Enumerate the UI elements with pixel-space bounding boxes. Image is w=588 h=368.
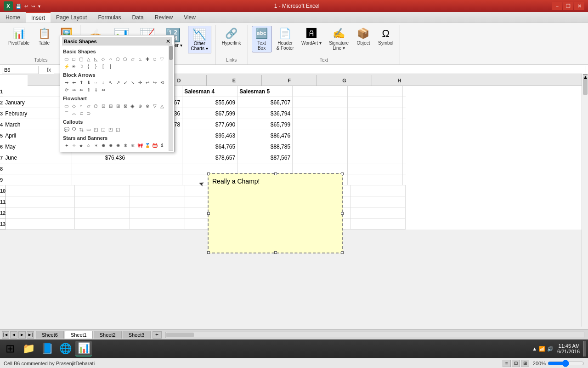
cell-e2[interactable]: $55,609 [182, 97, 237, 108]
cell-f6[interactable]: $88,785 [237, 141, 293, 152]
arrow-s5[interactable]: ⇔ [100, 86, 107, 93]
cell-c10[interactable] [75, 185, 130, 196]
cell-d11[interactable] [130, 196, 185, 207]
cell-f2[interactable]: $66,707 [237, 97, 293, 108]
sheet-prev-button[interactable]: ◄ [10, 331, 17, 339]
shape-bracket-l[interactable]: [ [100, 63, 107, 70]
resize-handle-br[interactable] [341, 251, 344, 254]
sheet-tab-sheet1[interactable]: Sheet1 [65, 331, 93, 339]
cell-h1[interactable] [348, 86, 403, 97]
resize-handle-tm[interactable] [274, 172, 277, 175]
taskbar-start[interactable]: ⊞ [2, 341, 18, 356]
fc-11[interactable]: ⊕ [136, 103, 143, 109]
cell-f5[interactable]: $86,476 [237, 130, 293, 141]
clock-display[interactable]: 11:45 AM 6/21/2016 [557, 343, 580, 354]
table-button[interactable]: 📋 Table [34, 26, 54, 47]
resize-handle-bm[interactable] [274, 251, 277, 254]
cell-c12[interactable] [75, 207, 130, 218]
sheet-tab-sheet2[interactable]: Sheet2 [94, 331, 122, 339]
shape-brace-r[interactable]: } [92, 63, 99, 70]
resize-handle-tl[interactable] [207, 172, 210, 175]
cell-d10[interactable] [130, 185, 185, 196]
shape-rect[interactable]: ▭ [63, 56, 70, 63]
resize-handle-rm[interactable] [341, 212, 344, 215]
cell-d8[interactable] [127, 163, 182, 174]
sheet-next-button[interactable]: ► [18, 331, 26, 339]
page-break-view-button[interactable]: ⊞ [521, 360, 529, 367]
horizontal-scrollbar[interactable] [165, 332, 585, 338]
co-1[interactable]: 💬 [63, 126, 70, 133]
cell-g4[interactable] [293, 119, 348, 130]
resize-handle-tr[interactable] [341, 172, 344, 175]
arrow-s3[interactable]: ⇑ [85, 86, 92, 93]
co-6[interactable]: ◱ [100, 126, 107, 133]
star-9[interactable]: ✻ [122, 142, 129, 149]
zoom-slider[interactable] [548, 360, 584, 367]
tab-view[interactable]: View [178, 12, 201, 23]
fc-3[interactable]: ○ [78, 103, 85, 109]
cell-h6[interactable] [348, 141, 403, 152]
sheet-last-button[interactable]: ►| [27, 331, 34, 339]
shape-smiley[interactable]: ☺ [151, 56, 158, 63]
star-7[interactable]: ✹ [107, 142, 114, 149]
arrow-s2[interactable]: ⇐ [78, 86, 85, 93]
shape-triangle[interactable]: △ [85, 56, 92, 63]
cell-h3[interactable] [348, 108, 403, 119]
panel-scroll-thumb[interactable] [169, 46, 173, 60]
panel-scrollbar[interactable] [169, 45, 173, 151]
cell-d12[interactable] [130, 207, 185, 218]
shape-cross[interactable]: ✚ [144, 56, 151, 63]
shape-sun[interactable]: ☀ [70, 63, 77, 70]
cell-h13[interactable] [351, 218, 406, 229]
arrow-curved[interactable]: ↩ [144, 79, 151, 86]
minimize-button[interactable]: − [552, 2, 562, 10]
cell-g6[interactable] [293, 141, 348, 152]
cell-d7[interactable] [127, 152, 182, 163]
shape-trap[interactable]: ⏢ [136, 56, 143, 63]
shape-brace-l[interactable]: { [85, 63, 92, 70]
tray-icon-arrow[interactable]: ▲ [532, 346, 537, 351]
star-10[interactable]: ❄ [129, 142, 136, 149]
wordart-button[interactable]: 🅰 WordArt ▾ [299, 26, 324, 47]
cell-h7[interactable] [348, 152, 403, 163]
cell-e7[interactable]: $78,657 [182, 152, 237, 163]
cell-e3[interactable]: $67,599 [182, 108, 237, 119]
arrow-s4[interactable]: ⇓ [92, 86, 99, 93]
cell-g7[interactable] [293, 152, 348, 163]
star-4[interactable]: ☆ [85, 142, 92, 149]
resize-handle-bl[interactable] [207, 251, 210, 254]
header-footer-button[interactable]: 📄 Header& Footer [274, 26, 297, 52]
fc-2[interactable]: ◇ [70, 103, 77, 109]
sheet-first-button[interactable]: |◄ [2, 331, 9, 339]
cell-d13[interactable] [130, 218, 185, 229]
sheet-tab-sheet6[interactable]: Sheet6 [36, 331, 64, 339]
tab-page-layout[interactable]: Page Layout [51, 12, 92, 23]
arrow-lr[interactable]: ↔ [92, 79, 99, 86]
arrow-right[interactable]: ➡ [63, 79, 70, 86]
cell-g8[interactable] [293, 163, 348, 174]
cell-b10[interactable] [6, 185, 75, 196]
fc-18[interactable]: ⊃ [85, 110, 92, 117]
symbol-button[interactable]: Ω Symbol [375, 26, 396, 47]
tab-data[interactable]: Data [126, 12, 149, 23]
shape-heart[interactable]: ♡ [158, 56, 165, 63]
cell-h9[interactable] [348, 174, 403, 185]
co-8[interactable]: ◲ [114, 126, 121, 133]
shape-moon[interactable]: ☽ [78, 63, 85, 70]
cell-b13[interactable] [6, 218, 75, 229]
normal-view-button[interactable]: ≡ [503, 360, 511, 367]
dropdown-button[interactable]: ▾ [37, 3, 41, 10]
cell-h2[interactable] [348, 97, 403, 108]
tab-review[interactable]: Review [149, 12, 178, 23]
co-3[interactable]: 🗯 [78, 126, 85, 133]
show-desktop-button[interactable] [583, 341, 586, 356]
cell-d9[interactable] [127, 174, 182, 185]
cell-f3[interactable]: $36,794 [237, 108, 293, 119]
arrow-curved2[interactable]: ↪ [151, 79, 158, 86]
cell-b8[interactable] [3, 163, 72, 174]
shape-para[interactable]: ▱ [129, 56, 136, 63]
cell-b9[interactable] [3, 174, 72, 185]
shape-octagon[interactable]: ⬠ [122, 56, 129, 63]
page-layout-view-button[interactable]: ⊡ [512, 360, 520, 367]
panel-close-icon[interactable]: ✕ [166, 38, 170, 45]
